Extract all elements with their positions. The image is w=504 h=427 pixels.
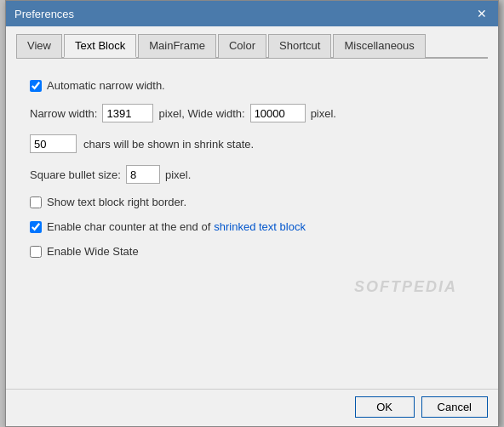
shrink-input[interactable]	[30, 134, 77, 153]
window-title: Preferences	[14, 8, 74, 20]
tab-view[interactable]: View	[16, 34, 62, 58]
title-bar: Preferences ✕	[6, 1, 498, 26]
char-counter-checkbox[interactable]	[30, 221, 42, 233]
shrinked-text-label: shrinked text block	[214, 220, 306, 233]
wide-state-checkbox[interactable]	[30, 246, 42, 258]
pixel-label3: pixel.	[165, 168, 191, 181]
tab-bar: View Text Block MainFrame Color Shortcut…	[16, 33, 488, 59]
tab-shortcut[interactable]: Shortcut	[268, 34, 331, 58]
show-right-border-label: Show text block right border.	[47, 196, 186, 208]
preferences-window: Preferences ✕ View Text Block MainFrame …	[5, 0, 499, 427]
narrow-width-label: Narrow width:	[30, 107, 97, 120]
shrink-row: chars will be shown in shrink state.	[30, 134, 474, 153]
panel-text-block: Automatic narrow width. Narrow width: pi…	[16, 72, 488, 379]
widths-row: Narrow width: pixel, Wide width: pixel.	[30, 104, 474, 122]
tab-text-block[interactable]: Text Block	[64, 34, 136, 58]
shrink-label: chars will be shown in shrink state.	[83, 138, 254, 151]
wide-width-input[interactable]	[250, 104, 306, 122]
tab-miscellaneous[interactable]: Miscellaneous	[333, 34, 425, 58]
bullet-size-input[interactable]	[126, 165, 160, 184]
bullet-size-label: Square bullet size:	[30, 168, 121, 181]
content-area: View Text Block MainFrame Color Shortcut…	[6, 26, 498, 389]
wide-state-label: Enable Wide State	[47, 245, 139, 258]
char-counter-label: Enable char counter at the end of	[47, 220, 210, 233]
wide-state-row: Enable Wide State	[30, 245, 474, 258]
right-border-row: Show text block right border.	[30, 196, 474, 208]
tab-mainframe[interactable]: MainFrame	[138, 34, 216, 58]
watermark: SOFTPEDIA	[30, 270, 474, 301]
pixel-label2: pixel.	[311, 107, 336, 120]
auto-narrow-label: Automatic narrow width.	[47, 79, 165, 92]
narrow-width-input[interactable]	[102, 104, 153, 122]
ok-button[interactable]: OK	[355, 396, 415, 418]
tab-color[interactable]: Color	[218, 34, 266, 58]
close-button[interactable]: ✕	[474, 6, 490, 21]
bullet-row: Square bullet size: pixel.	[30, 165, 474, 184]
auto-narrow-checkbox[interactable]	[30, 80, 42, 92]
auto-narrow-row: Automatic narrow width.	[30, 79, 474, 92]
show-right-border-checkbox[interactable]	[30, 196, 42, 208]
cancel-button[interactable]: Cancel	[421, 396, 488, 418]
pixel-wide-label: pixel, Wide width:	[158, 107, 244, 120]
char-counter-row: Enable char counter at the end of shrink…	[30, 220, 474, 233]
footer: OK Cancel	[6, 389, 498, 426]
